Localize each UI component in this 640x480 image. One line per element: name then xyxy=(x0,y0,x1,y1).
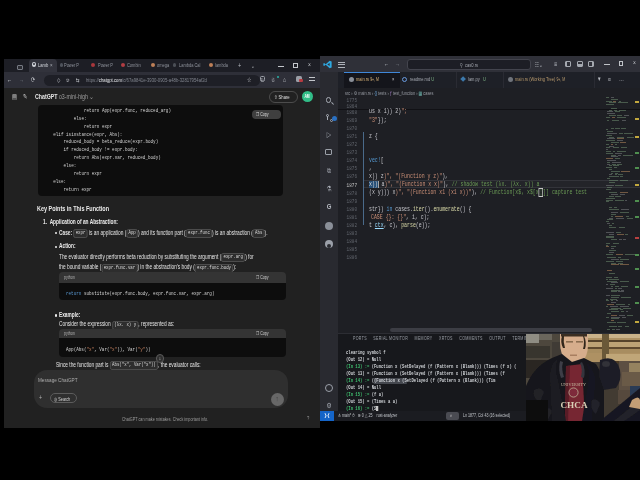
svg-text:UNIVERSITY: UNIVERSITY xyxy=(561,382,586,387)
svg-text:CHCA: CHCA xyxy=(560,400,587,410)
